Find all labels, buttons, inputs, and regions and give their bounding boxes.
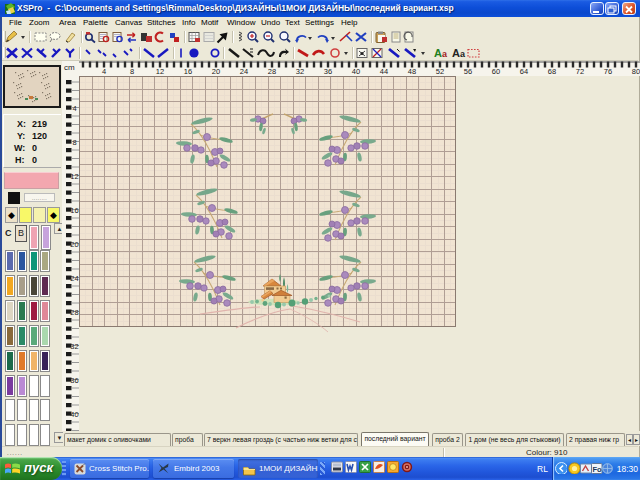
svg-text:20: 20 [70, 240, 78, 249]
svg-text:28: 28 [70, 308, 78, 317]
svg-text:12: 12 [70, 172, 78, 181]
svg-text:48: 48 [408, 67, 416, 76]
svg-text:68: 68 [548, 67, 556, 76]
svg-text:8: 8 [72, 138, 76, 147]
svg-text:8: 8 [130, 67, 134, 76]
svg-text:72: 72 [576, 67, 584, 76]
svg-text:Fo: Fo [593, 465, 603, 474]
svg-text:28: 28 [268, 67, 276, 76]
svg-text:4: 4 [72, 104, 76, 113]
svg-text:76: 76 [604, 67, 612, 76]
svg-text:16: 16 [70, 206, 78, 215]
svg-text:64: 64 [520, 67, 528, 76]
svg-text:32: 32 [70, 342, 78, 351]
svg-text:56: 56 [464, 67, 472, 76]
svg-text:12: 12 [156, 67, 164, 76]
svg-text:36: 36 [324, 67, 332, 76]
svg-text:24: 24 [240, 67, 248, 76]
svg-text:40: 40 [70, 410, 78, 419]
svg-text:A: A [452, 47, 460, 59]
svg-text:52: 52 [436, 67, 444, 76]
svg-text:4: 4 [102, 67, 106, 76]
svg-text:36: 36 [70, 376, 78, 385]
svg-text:80: 80 [632, 67, 640, 76]
svg-text:32: 32 [296, 67, 304, 76]
svg-text:60: 60 [492, 67, 500, 76]
svg-text:A: A [434, 47, 442, 59]
svg-text:24: 24 [70, 274, 78, 283]
svg-text:16: 16 [184, 67, 192, 76]
svg-text:20: 20 [212, 67, 220, 76]
svg-text:a: a [442, 49, 448, 59]
svg-text:a: a [460, 49, 466, 59]
svg-text:44: 44 [380, 67, 388, 76]
svg-text:40: 40 [352, 67, 360, 76]
